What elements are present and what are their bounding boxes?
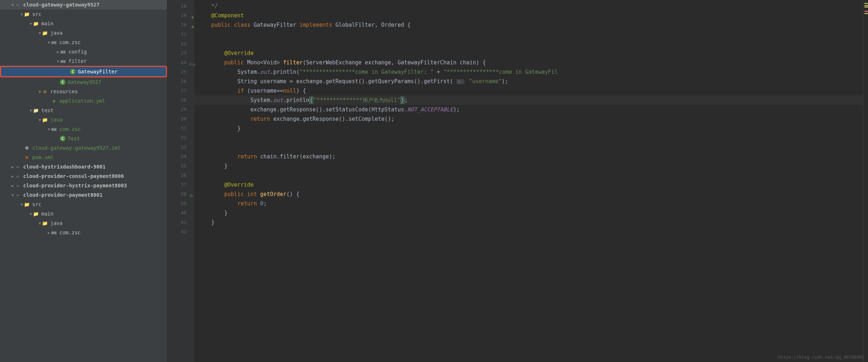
line-number[interactable]: 42 — [167, 227, 194, 237]
code-line[interactable]: } — [194, 208, 863, 218]
code-line[interactable]: } — [194, 124, 863, 133]
tree-arrow-icon[interactable] — [29, 22, 33, 26]
tree-arrow-icon[interactable] — [38, 90, 42, 94]
code-line[interactable]: } — [194, 218, 863, 227]
line-number[interactable]: 40 — [167, 208, 194, 218]
code-line[interactable]: String username = exchange.getRequest().… — [194, 77, 863, 86]
code-line[interactable]: */ — [194, 1, 863, 11]
code-line[interactable]: @Component — [194, 11, 863, 20]
tree-item-com-zsc[interactable]: ▣com.zsc — [0, 228, 167, 237]
line-number[interactable]: 19✿ — [167, 11, 194, 20]
tree-arrow-icon[interactable] — [20, 12, 24, 16]
code-line[interactable]: return 0; — [194, 199, 863, 208]
code-line[interactable]: } — [194, 161, 863, 171]
code-line[interactable]: if (username==null) { — [194, 86, 863, 95]
code-line[interactable] — [194, 227, 863, 237]
tree-item-java[interactable]: java — [0, 115, 167, 124]
tree-item-cloud-provider-hystrix-payment8003[interactable]: ▭cloud-provider-hystrix-payment8003 — [0, 181, 167, 190]
tree-arrow-icon[interactable] — [11, 165, 14, 169]
code-line[interactable]: @Override — [194, 48, 863, 58]
line-number[interactable]: 35 — [167, 161, 194, 171]
code-line[interactable] — [194, 142, 863, 152]
tree-item-cloud-provider-consul-payment8006[interactable]: ▭cloud-provider-consul-payment8006 — [0, 171, 167, 181]
line-number[interactable]: 33 — [167, 142, 194, 152]
implements-icon[interactable]: O↑ — [189, 191, 194, 196]
code-line[interactable]: @Override — [194, 180, 863, 189]
code-line[interactable]: return chain.filter(exchange); — [194, 152, 863, 161]
line-number[interactable]: 18 — [167, 1, 194, 11]
code-line[interactable] — [194, 171, 863, 180]
line-number[interactable]: 24O↑@ — [167, 58, 194, 67]
code-line[interactable] — [194, 30, 863, 39]
tree-item-cloud-hystrixdashboard-9001[interactable]: ▭cloud-hystrixdashboard-9001 — [0, 162, 167, 171]
tree-item-test[interactable]: Test — [0, 134, 167, 143]
line-number[interactable]: 20✿ — [167, 20, 194, 30]
code-line[interactable]: public int getOrder() { — [194, 189, 863, 199]
spring-bean-icon[interactable]: ✿ — [189, 13, 194, 18]
tree-item-gatewayfilter[interactable]: GatewayFilter — [1, 67, 166, 76]
tree-arrow-icon[interactable] — [11, 3, 14, 7]
tree-item-main[interactable]: main — [0, 209, 167, 218]
tree-item-application-yml[interactable]: ✿application.yml — [0, 96, 167, 106]
tree-arrow-icon[interactable] — [29, 212, 33, 216]
tree-arrow-icon[interactable] — [38, 221, 42, 225]
tree-arrow-icon[interactable] — [47, 231, 51, 235]
tree-arrow-icon[interactable] — [11, 184, 14, 188]
line-number[interactable]: 39 — [167, 199, 194, 208]
project-tree[interactable]: ▭cloud-gateway-gateway9527srcmainjava▣co… — [0, 0, 167, 362]
line-number[interactable]: 31 — [167, 124, 194, 133]
tree-arrow-icon[interactable] — [56, 59, 60, 63]
tree-item-test[interactable]: test — [0, 106, 167, 115]
line-number[interactable]: 34 — [167, 152, 194, 161]
tree-item-java[interactable]: java — [0, 28, 167, 38]
tree-item-config[interactable]: ▣config — [0, 47, 167, 56]
code-line[interactable]: System.out.println("****************come… — [194, 67, 863, 77]
tree-item-resources[interactable]: ▤resources — [0, 87, 167, 96]
line-number[interactable]: 27 — [167, 86, 194, 95]
code-line[interactable] — [194, 133, 863, 142]
line-number[interactable]: 36 — [167, 171, 194, 180]
tree-arrow-icon[interactable] — [47, 127, 51, 131]
tree-item-com-zsc[interactable]: ▣com.zsc — [0, 38, 167, 47]
tree-item-gateway9527[interactable]: Gateway9527 — [0, 77, 167, 87]
line-number[interactable]: 30 — [167, 114, 194, 124]
tree-arrow-icon[interactable] — [38, 118, 42, 122]
tree-item-filter[interactable]: ▣filter — [0, 56, 167, 66]
line-number[interactable]: 25 — [167, 67, 194, 77]
minimap-scrollbar[interactable] — [863, 0, 868, 362]
line-number[interactable]: 29 — [167, 105, 194, 114]
code-editor[interactable]: */ @Component public class GatewayFilter… — [194, 0, 863, 362]
code-line[interactable]: public Mono<Void> filter(ServerWebExchan… — [194, 58, 863, 67]
code-line[interactable]: public class GatewayFilter implements Gl… — [194, 20, 863, 30]
line-number[interactable]: 37 — [167, 180, 194, 189]
tree-arrow-icon[interactable] — [56, 50, 60, 54]
code-line[interactable]: exchange.getResponse().setStatusCode(Htt… — [194, 105, 863, 114]
tree-item-cloud-provider-payment8001[interactable]: ▭cloud-provider-payment8001 — [0, 190, 167, 200]
tree-item-cloud-gateway-gateway9527[interactable]: ▭cloud-gateway-gateway9527 — [0, 0, 167, 9]
tree-item-java[interactable]: java — [0, 218, 167, 228]
override-icon[interactable]: O↑@ — [185, 60, 195, 65]
line-number[interactable]: 28 — [167, 95, 194, 105]
tree-item-src[interactable]: src — [0, 9, 167, 19]
tree-arrow-icon[interactable] — [20, 203, 24, 206]
code-line[interactable]: System.out.println("**************用户名为nu… — [194, 95, 863, 105]
tree-item-src[interactable]: src — [0, 200, 167, 209]
line-number[interactable]: 23 — [167, 48, 194, 58]
code-line[interactable]: return exchange.getResponse().setComplet… — [194, 114, 863, 124]
tree-item-com-zsc[interactable]: ▣com.zsc — [0, 124, 167, 134]
line-number[interactable]: 32 — [167, 133, 194, 142]
tree-item-cloud-gateway-gateway9527-iml[interactable]: ⬢cloud-gateway-gateway9527.iml — [0, 143, 167, 153]
line-number[interactable]: 22 — [167, 39, 194, 48]
code-line[interactable] — [194, 39, 863, 48]
line-number[interactable]: 26 — [167, 77, 194, 86]
spring-bean-icon[interactable]: ✿ — [189, 22, 194, 27]
tree-arrow-icon[interactable] — [11, 174, 14, 178]
line-number[interactable]: 21 — [167, 30, 194, 39]
tree-item-pom-xml[interactable]: mpom.xml — [0, 153, 167, 162]
tree-arrow-icon[interactable] — [38, 31, 42, 35]
tree-item-main[interactable]: main — [0, 19, 167, 28]
tree-arrow-icon[interactable] — [11, 193, 14, 197]
tree-arrow-icon[interactable] — [47, 41, 51, 44]
line-number[interactable]: 38O↑ — [167, 189, 194, 199]
line-number[interactable]: 41 — [167, 218, 194, 227]
